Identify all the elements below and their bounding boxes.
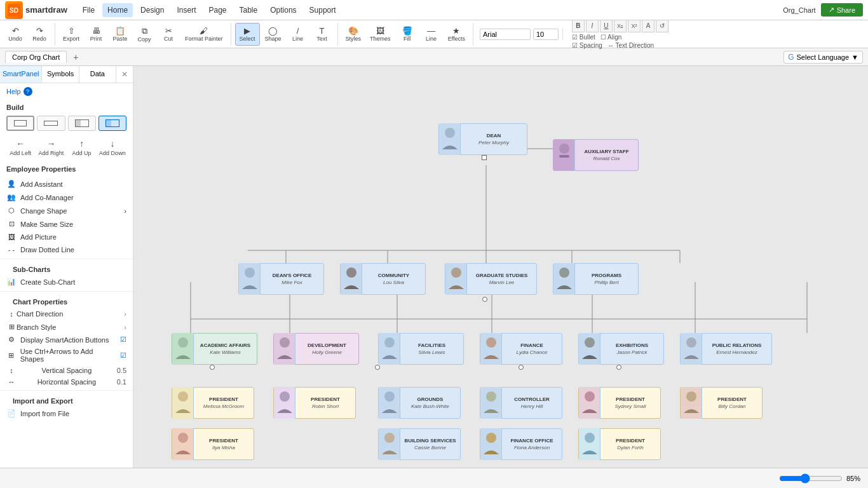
menu-options[interactable]: Options <box>265 3 301 17</box>
finance-name: Lydia Chance <box>505 349 559 355</box>
effects-button[interactable]: ★ Effects <box>444 23 469 46</box>
add-picture-item[interactable]: 🖼 Add Picture <box>6 231 126 243</box>
academic-node[interactable]: ACADEMIC AFFAIRS Kate Williams <box>172 333 257 365</box>
share-button[interactable]: ↗ Share <box>821 3 863 17</box>
controller-node[interactable]: CONTROLLER Henry Hill <box>480 387 562 419</box>
add-up-button[interactable]: ↑ Add Up <box>68 139 96 156</box>
menu-page[interactable]: Page <box>203 3 231 17</box>
line2-button[interactable]: — Line <box>420 23 443 46</box>
menu-design[interactable]: Design <box>135 3 169 17</box>
italic-button[interactable]: I <box>586 20 599 32</box>
building-services-node[interactable]: BUILDING SERVICES Cassie Bonne <box>378 428 461 460</box>
pr-title: PUBLIC RELATIONS <box>705 342 768 348</box>
export-button[interactable]: ⇧ Export <box>59 23 83 46</box>
add-down-button[interactable]: ↓ Add Down <box>98 139 126 156</box>
shape-button[interactable]: ◯ Shape <box>261 23 285 46</box>
create-sub-chart-item[interactable]: 📊 Create Sub-Chart <box>6 275 126 288</box>
branch-style-icon: ⊞ <box>6 323 17 331</box>
public-relations-node[interactable]: PUBLIC RELATIONS Ernest Hernandez <box>680 333 772 365</box>
shape-photo-btn[interactable] <box>98 116 126 131</box>
smartpanel-tab[interactable]: SmartPanel <box>0 66 42 83</box>
superscript-button[interactable]: X² <box>628 20 641 32</box>
president5-node[interactable]: PRESIDENT Sydney Small <box>578 387 661 419</box>
grounds-node[interactable]: GROUNDS Kate Bush-White <box>378 387 461 419</box>
development-node[interactable]: DEVELOPMENT Holly Greene <box>273 333 359 365</box>
print-button[interactable]: 🖶 Print <box>85 23 107 46</box>
language-selector[interactable]: G Select Language ▼ <box>783 51 863 64</box>
add-left-button[interactable]: ← Add Left <box>6 139 34 156</box>
format-painter-button[interactable]: 🖌 Format Painter <box>181 23 227 46</box>
facilities-node[interactable]: FACILITIES Silvia Lewis <box>378 333 464 365</box>
deans-office-node[interactable]: DEAN'S OFFICE Mike Fox <box>238 263 324 295</box>
change-shape-icon: ⬡ <box>6 207 17 215</box>
redo-button[interactable]: ↷ Redo <box>28 23 51 46</box>
facilities-name: Silvia Lewis <box>403 349 460 355</box>
make-same-size-item[interactable]: ⊡ Make Same Size <box>6 217 126 231</box>
shape-rect-btn[interactable] <box>6 116 34 131</box>
president3-node[interactable]: PRESIDENT Ilya Misha <box>172 428 254 460</box>
finance-node[interactable]: FINANCE Lydia Chance <box>480 333 562 365</box>
font-name-input[interactable] <box>480 29 531 40</box>
sidebar-close-button[interactable]: ✕ <box>116 66 133 83</box>
undo-button[interactable]: ↶ Undo <box>4 23 27 46</box>
zoom-slider[interactable] <box>779 473 843 484</box>
branch-style-row[interactable]: ⊞ Branch Style › <box>6 320 126 334</box>
smartaction-checkbox[interactable]: ☑ <box>120 336 126 344</box>
chart-tab[interactable]: Corp Org Chart <box>5 51 67 63</box>
ctrl-arrows-checkbox[interactable]: ☑ <box>120 351 126 360</box>
menu-file[interactable]: File <box>78 3 100 17</box>
president1-node[interactable]: PRESIDENT Melissa McGroom <box>172 387 254 419</box>
data-tab[interactable]: Data <box>79 66 116 83</box>
menu-insert[interactable]: Insert <box>172 3 201 17</box>
cut-button[interactable]: ✂ Cut <box>157 23 180 46</box>
select-button[interactable]: ▶ Select <box>235 23 260 46</box>
symbols-tab[interactable]: Symbols <box>42 66 79 83</box>
font-size-input[interactable] <box>533 29 559 40</box>
menu-home[interactable]: Home <box>102 3 133 17</box>
shape-split-btn[interactable] <box>68 116 96 131</box>
chart-direction-row[interactable]: ↕ Chart Direction › <box>6 308 126 320</box>
import-from-file-item[interactable]: 📄 Import from File <box>6 407 126 420</box>
programs-node[interactable]: PROGRAMS Phillip Bert <box>553 263 639 295</box>
graduate-studies-node[interactable]: GRADUATE STUDIES Marvin Lee <box>445 263 537 295</box>
help-row[interactable]: Help ? <box>0 83 133 100</box>
draw-dotted-line-item[interactable]: - - Draw Dotted Line <box>6 243 126 256</box>
community-node[interactable]: COMMUNITY Lou Silva <box>340 263 426 295</box>
shape-wide-btn[interactable] <box>37 116 65 131</box>
president6-node[interactable]: PRESIDENT Billy Cordan <box>680 387 763 419</box>
exhibitions-node[interactable]: EXHIBITIONS Jason Patrick <box>578 333 664 365</box>
president2-node[interactable]: PRESIDENT Robin Short <box>273 387 356 419</box>
svg-point-47 <box>585 391 595 402</box>
styles-button[interactable]: 🎨 Styles <box>342 23 365 46</box>
dean-node[interactable]: DEAN Peter Murphy <box>438 123 527 155</box>
subscript-button[interactable]: X₂ <box>614 20 627 32</box>
line-button[interactable]: / Line <box>287 23 309 46</box>
chart-direction-arrow: › <box>124 310 126 318</box>
paste-button[interactable]: 📋 Paste <box>109 23 132 46</box>
auxiliary-node[interactable]: AUXILIARY STAFF Ronald Cox <box>553 139 639 171</box>
menu-support[interactable]: Support <box>304 3 341 17</box>
svg-point-46 <box>486 433 496 443</box>
menu-table[interactable]: Table <box>234 3 263 17</box>
text-button[interactable]: T Text <box>311 23 334 46</box>
grounds-name: Kate Bush-White <box>403 403 457 409</box>
help-link[interactable]: Help <box>6 88 21 95</box>
fill-button[interactable]: 🪣 Fill <box>396 23 419 46</box>
ctrl-arrows-row[interactable]: ⊞ Use Ctrl+Arrows to Add Shapes ☑ <box>6 346 126 365</box>
clear-format-button[interactable]: ↺ <box>656 20 668 32</box>
font-color-button[interactable]: A <box>642 20 654 32</box>
svg-point-35 <box>384 337 395 348</box>
vertical-spacing-row: ↕ Vertical Spacing 0.5 <box>6 365 126 376</box>
add-right-button[interactable]: → Add Right <box>37 139 65 156</box>
change-shape-item[interactable]: ⬡ Change Shape › <box>6 204 126 217</box>
president7-node[interactable]: PRESIDENT Dylan Forth <box>578 428 661 460</box>
themes-button[interactable]: 🖼 Themes <box>366 23 395 46</box>
finance-office-node[interactable]: FINANCE OFFICE Fiona Anderson <box>480 428 562 460</box>
display-smartaction-row[interactable]: ⚙ Display SmartAction Buttons ☑ <box>6 334 126 346</box>
add-assistant-item[interactable]: 👤 Add Assistant <box>6 177 126 191</box>
add-co-manager-item[interactable]: 👥 Add Co-Manager <box>6 191 126 204</box>
copy-button[interactable]: ⧉ Copy <box>133 23 156 46</box>
add-tab-button[interactable]: + <box>69 51 82 64</box>
bold-button[interactable]: B <box>572 20 585 32</box>
underline-button[interactable]: U <box>600 20 613 32</box>
